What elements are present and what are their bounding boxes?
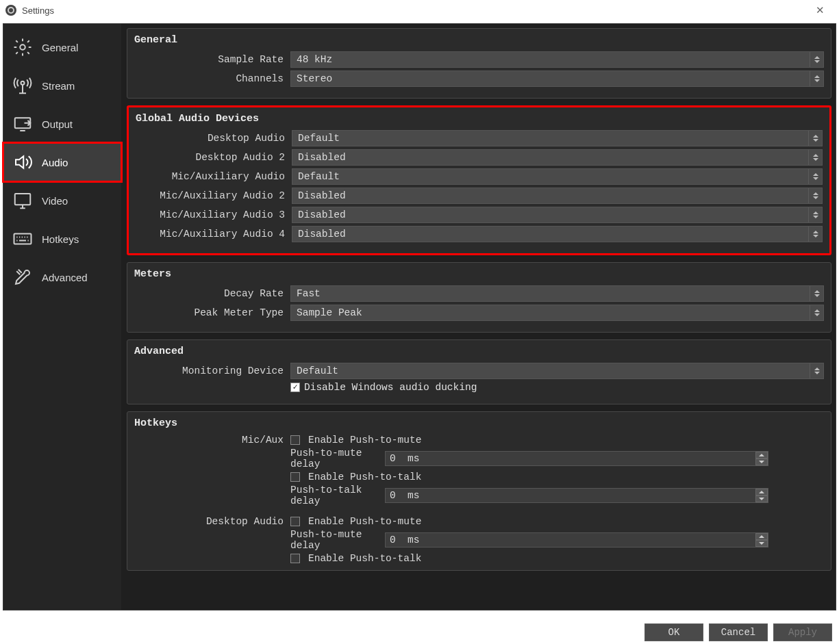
sample-rate-select[interactable]: 48 kHz xyxy=(290,51,824,68)
titlebar: Settings ✕ xyxy=(0,0,839,21)
chevron-updown-icon xyxy=(810,305,823,320)
ducking-label: Disable Windows audio ducking xyxy=(304,382,477,393)
hotkey-group-name: Desktop Audio xyxy=(134,516,290,527)
mic-aux-2-select[interactable]: Disabled xyxy=(292,188,823,204)
sidebar-item-output[interactable]: Output xyxy=(3,105,121,143)
panel-meters: Meters Decay RateFast Peak Meter TypeSam… xyxy=(127,262,831,333)
chevron-updown-icon xyxy=(810,286,823,301)
channels-select[interactable]: Stereo xyxy=(290,70,824,87)
ok-button[interactable]: OK xyxy=(644,623,703,641)
sidebar-item-video[interactable]: Video xyxy=(3,181,121,220)
chevron-updown-icon xyxy=(810,52,823,67)
panel-title-meters: Meters xyxy=(134,268,824,280)
gear-icon xyxy=(12,36,34,58)
panel-title-advanced: Advanced xyxy=(134,346,824,357)
window-title: Settings xyxy=(22,5,54,16)
ptm-delay-label: Push-to-mute delay xyxy=(290,529,381,551)
svg-rect-4 xyxy=(14,234,32,244)
sidebar-item-label: Audio xyxy=(42,157,68,168)
channels-label: Channels xyxy=(134,73,290,84)
mic-aux-label: Mic/Auxiliary Audio xyxy=(136,171,292,182)
sidebar-item-label: General xyxy=(42,42,78,53)
settings-window: General Stream Output Audio Video xyxy=(3,23,836,610)
sidebar-item-label: Video xyxy=(42,195,68,207)
decay-rate-select[interactable]: Fast xyxy=(290,285,824,302)
monitoring-device-label: Monitoring Device xyxy=(134,365,290,376)
ptm-checkbox[interactable] xyxy=(290,517,300,526)
ptm-checkbox[interactable] xyxy=(290,435,300,445)
mic-aux-2-label: Mic/Auxiliary Audio 2 xyxy=(136,190,292,201)
ptt-label: Enable Push-to-talk xyxy=(308,553,421,564)
mic-aux-3-label: Mic/Auxiliary Audio 3 xyxy=(136,209,292,220)
desktop-audio-label: Desktop Audio xyxy=(136,133,292,144)
sidebar-item-label: Hotkeys xyxy=(42,233,79,245)
sidebar-item-label: Stream xyxy=(42,80,75,92)
ptt-label: Enable Push-to-talk xyxy=(308,472,421,482)
sidebar-item-hotkeys[interactable]: Hotkeys xyxy=(3,220,121,258)
svg-rect-3 xyxy=(15,194,31,205)
apply-button[interactable]: Apply xyxy=(773,623,832,641)
desktop-audio-2-select[interactable]: Disabled xyxy=(292,149,823,166)
hotkey-group-desktop-audio: Desktop Audio Enable Push-to-mute Push-t… xyxy=(134,516,824,564)
mic-aux-3-select[interactable]: Disabled xyxy=(292,207,823,223)
spin-icon[interactable] xyxy=(755,452,768,465)
monitoring-device-select[interactable]: Default xyxy=(290,363,824,379)
peak-meter-select[interactable]: Sample Peak xyxy=(290,305,824,321)
chevron-updown-icon xyxy=(808,169,822,184)
chevron-updown-icon xyxy=(808,227,822,242)
sidebar: General Stream Output Audio Video xyxy=(3,24,121,610)
mic-aux-4-select[interactable]: Disabled xyxy=(292,226,823,242)
ptm-delay-input[interactable]: 0 ms xyxy=(385,532,768,548)
sidebar-item-advanced[interactable]: Advanced xyxy=(3,258,121,296)
ptt-delay-input[interactable]: 0 ms xyxy=(385,488,768,503)
output-icon xyxy=(12,113,34,135)
sample-rate-label: Sample Rate xyxy=(134,54,290,65)
panel-title-global-audio: Global Audio Devices xyxy=(136,113,823,125)
ptt-checkbox[interactable] xyxy=(290,472,300,482)
sidebar-item-stream[interactable]: Stream xyxy=(3,66,121,105)
chevron-updown-icon xyxy=(808,188,822,203)
ptm-delay-input[interactable]: 0 ms xyxy=(385,451,768,466)
panel-general: General Sample Rate 48 kHz Channels Ster… xyxy=(127,28,831,99)
hotkey-group-name: Mic/Aux xyxy=(134,435,290,446)
app-icon xyxy=(5,5,16,16)
peak-meter-label: Peak Meter Type xyxy=(134,307,290,318)
panel-advanced: Advanced Monitoring DeviceDefault Disabl… xyxy=(127,339,831,404)
tools-icon xyxy=(12,266,34,288)
desktop-audio-select[interactable]: Default xyxy=(292,130,823,146)
panel-global-audio-devices: Global Audio Devices Desktop AudioDefaul… xyxy=(127,105,831,255)
mic-aux-select[interactable]: Default xyxy=(292,168,823,185)
svg-point-1 xyxy=(21,81,25,85)
sidebar-item-label: Advanced xyxy=(42,272,88,283)
spin-icon[interactable] xyxy=(755,489,768,502)
cancel-button[interactable]: Cancel xyxy=(709,623,768,641)
svg-point-0 xyxy=(20,44,25,50)
sidebar-item-label: Output xyxy=(42,118,73,130)
chevron-updown-icon xyxy=(808,150,822,165)
chevron-updown-icon xyxy=(810,71,823,86)
spin-icon[interactable] xyxy=(755,533,768,547)
antenna-icon xyxy=(12,75,34,96)
panel-hotkeys: Hotkeys Mic/Aux Enable Push-to-mute Push… xyxy=(127,411,831,571)
decay-rate-label: Decay Rate xyxy=(134,288,290,299)
ptm-label: Enable Push-to-mute xyxy=(308,435,421,446)
ptt-checkbox[interactable] xyxy=(290,554,300,563)
speaker-icon xyxy=(12,151,34,173)
panel-title-hotkeys: Hotkeys xyxy=(134,417,824,429)
monitor-icon xyxy=(12,190,34,211)
chevron-updown-icon xyxy=(808,131,822,146)
main-content: General Sample Rate 48 kHz Channels Ster… xyxy=(121,24,836,610)
mic-aux-4-label: Mic/Auxiliary Audio 4 xyxy=(136,229,292,240)
ptm-delay-label: Push-to-mute delay xyxy=(290,448,381,469)
ducking-checkbox[interactable] xyxy=(290,383,300,392)
hotkey-group-mic-aux: Mic/Aux Enable Push-to-mute Push-to-mute… xyxy=(134,435,824,506)
chevron-updown-icon xyxy=(808,207,822,222)
sidebar-item-audio[interactable]: Audio xyxy=(3,143,121,181)
keyboard-icon xyxy=(12,228,34,250)
desktop-audio-2-label: Desktop Audio 2 xyxy=(136,152,292,163)
chevron-updown-icon xyxy=(810,363,823,378)
panel-title-general: General xyxy=(134,34,824,46)
ptm-label: Enable Push-to-mute xyxy=(308,516,421,527)
sidebar-item-general[interactable]: General xyxy=(3,28,121,66)
close-icon[interactable]: ✕ xyxy=(806,1,834,20)
